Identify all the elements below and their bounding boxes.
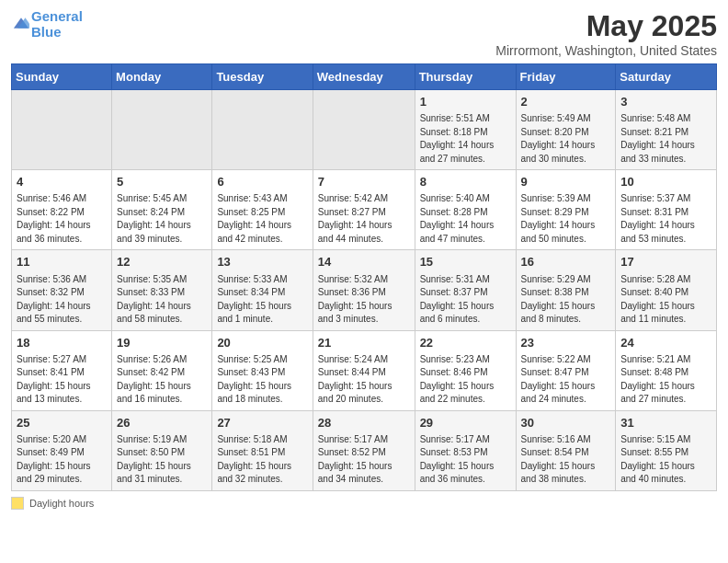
day-number: 25	[17, 415, 107, 431]
logo-text: General Blue	[31, 9, 83, 40]
day-number: 12	[117, 254, 207, 270]
calendar-cell: 29Sunrise: 5:17 AM Sunset: 8:53 PM Dayli…	[415, 410, 516, 490]
day-detail: Sunrise: 5:29 AM Sunset: 8:38 PM Dayligh…	[521, 273, 611, 327]
day-detail: Sunrise: 5:16 AM Sunset: 8:54 PM Dayligh…	[521, 433, 611, 487]
day-number: 7	[318, 174, 410, 190]
day-detail: Sunrise: 5:20 AM Sunset: 8:49 PM Dayligh…	[17, 433, 107, 487]
day-header-friday: Friday	[516, 64, 616, 90]
day-detail: Sunrise: 5:22 AM Sunset: 8:47 PM Dayligh…	[521, 353, 611, 407]
day-number: 31	[620, 415, 711, 431]
month-title: May 2025	[495, 9, 717, 43]
calendar-cell: 4Sunrise: 5:46 AM Sunset: 8:22 PM Daylig…	[12, 170, 112, 250]
day-number: 28	[318, 415, 410, 431]
page-container: General Blue May 2025 Mirrormont, Washin…	[0, 0, 728, 519]
calendar-cell: 26Sunrise: 5:19 AM Sunset: 8:50 PM Dayli…	[112, 410, 212, 490]
day-number: 13	[217, 254, 307, 270]
calendar-cell: 17Sunrise: 5:28 AM Sunset: 8:40 PM Dayli…	[616, 250, 717, 330]
day-number: 21	[318, 335, 410, 351]
calendar-cell: 14Sunrise: 5:32 AM Sunset: 8:36 PM Dayli…	[313, 250, 415, 330]
day-number: 1	[420, 94, 511, 110]
location: Mirrormont, Washington, United States	[495, 43, 717, 58]
day-number: 15	[420, 254, 511, 270]
calendar-cell: 21Sunrise: 5:24 AM Sunset: 8:44 PM Dayli…	[313, 330, 415, 410]
calendar-cell	[112, 90, 212, 170]
day-detail: Sunrise: 5:25 AM Sunset: 8:43 PM Dayligh…	[217, 353, 307, 407]
day-number: 16	[521, 254, 611, 270]
day-number: 10	[620, 174, 711, 190]
calendar-cell: 15Sunrise: 5:31 AM Sunset: 8:37 PM Dayli…	[415, 250, 516, 330]
day-detail: Sunrise: 5:31 AM Sunset: 8:37 PM Dayligh…	[420, 273, 511, 327]
day-header-monday: Monday	[112, 64, 212, 90]
day-detail: Sunrise: 5:33 AM Sunset: 8:34 PM Dayligh…	[217, 273, 307, 327]
week-row-1: 1Sunrise: 5:51 AM Sunset: 8:18 PM Daylig…	[12, 90, 717, 170]
day-detail: Sunrise: 5:42 AM Sunset: 8:27 PM Dayligh…	[318, 192, 410, 246]
calendar-cell: 28Sunrise: 5:17 AM Sunset: 8:52 PM Dayli…	[313, 410, 415, 490]
day-number: 19	[117, 335, 207, 351]
week-row-4: 18Sunrise: 5:27 AM Sunset: 8:41 PM Dayli…	[12, 330, 717, 410]
day-header-tuesday: Tuesday	[212, 64, 313, 90]
day-number: 18	[17, 335, 107, 351]
calendar-cell: 3Sunrise: 5:48 AM Sunset: 8:21 PM Daylig…	[616, 90, 717, 170]
calendar-cell: 31Sunrise: 5:15 AM Sunset: 8:55 PM Dayli…	[616, 410, 717, 490]
day-number: 20	[217, 335, 307, 351]
day-detail: Sunrise: 5:49 AM Sunset: 8:20 PM Dayligh…	[521, 112, 611, 166]
calendar-cell: 19Sunrise: 5:26 AM Sunset: 8:42 PM Dayli…	[112, 330, 212, 410]
day-number: 29	[420, 415, 511, 431]
calendar-cell: 22Sunrise: 5:23 AM Sunset: 8:46 PM Dayli…	[415, 330, 516, 410]
day-number: 17	[620, 254, 711, 270]
calendar-cell	[212, 90, 313, 170]
calendar-cell: 16Sunrise: 5:29 AM Sunset: 8:38 PM Dayli…	[516, 250, 616, 330]
header: General Blue May 2025 Mirrormont, Washin…	[11, 9, 717, 58]
day-detail: Sunrise: 5:39 AM Sunset: 8:29 PM Dayligh…	[521, 192, 611, 246]
day-detail: Sunrise: 5:51 AM Sunset: 8:18 PM Dayligh…	[420, 112, 511, 166]
calendar-cell: 13Sunrise: 5:33 AM Sunset: 8:34 PM Dayli…	[212, 250, 313, 330]
day-detail: Sunrise: 5:26 AM Sunset: 8:42 PM Dayligh…	[117, 353, 207, 407]
week-row-5: 25Sunrise: 5:20 AM Sunset: 8:49 PM Dayli…	[12, 410, 717, 490]
calendar-cell: 12Sunrise: 5:35 AM Sunset: 8:33 PM Dayli…	[112, 250, 212, 330]
day-number: 8	[420, 174, 511, 190]
day-header-sunday: Sunday	[12, 64, 112, 90]
calendar-cell: 18Sunrise: 5:27 AM Sunset: 8:41 PM Dayli…	[12, 330, 112, 410]
title-area: May 2025 Mirrormont, Washington, United …	[495, 9, 717, 58]
day-detail: Sunrise: 5:46 AM Sunset: 8:22 PM Dayligh…	[17, 192, 107, 246]
week-row-3: 11Sunrise: 5:36 AM Sunset: 8:32 PM Dayli…	[12, 250, 717, 330]
day-detail: Sunrise: 5:15 AM Sunset: 8:55 PM Dayligh…	[620, 433, 711, 487]
logo-icon	[13, 15, 29, 31]
day-detail: Sunrise: 5:21 AM Sunset: 8:48 PM Dayligh…	[620, 353, 711, 407]
day-number: 4	[17, 174, 107, 190]
day-number: 22	[420, 335, 511, 351]
day-header-saturday: Saturday	[616, 64, 717, 90]
daylight-box-icon	[11, 497, 24, 510]
calendar-cell: 11Sunrise: 5:36 AM Sunset: 8:32 PM Dayli…	[12, 250, 112, 330]
week-row-2: 4Sunrise: 5:46 AM Sunset: 8:22 PM Daylig…	[12, 170, 717, 250]
calendar-cell: 30Sunrise: 5:16 AM Sunset: 8:54 PM Dayli…	[516, 410, 616, 490]
day-number: 26	[117, 415, 207, 431]
calendar-cell: 23Sunrise: 5:22 AM Sunset: 8:47 PM Dayli…	[516, 330, 616, 410]
day-number: 11	[17, 254, 107, 270]
day-detail: Sunrise: 5:27 AM Sunset: 8:41 PM Dayligh…	[17, 353, 107, 407]
day-number: 2	[521, 94, 611, 110]
calendar-cell: 2Sunrise: 5:49 AM Sunset: 8:20 PM Daylig…	[516, 90, 616, 170]
header-row: SundayMondayTuesdayWednesdayThursdayFrid…	[12, 64, 717, 90]
day-detail: Sunrise: 5:23 AM Sunset: 8:46 PM Dayligh…	[420, 353, 511, 407]
calendar-cell: 27Sunrise: 5:18 AM Sunset: 8:51 PM Dayli…	[212, 410, 313, 490]
day-detail: Sunrise: 5:48 AM Sunset: 8:21 PM Dayligh…	[620, 112, 711, 166]
footer-note: Daylight hours	[11, 497, 717, 510]
logo: General Blue	[11, 9, 83, 40]
day-header-thursday: Thursday	[415, 64, 516, 90]
calendar-cell: 8Sunrise: 5:40 AM Sunset: 8:28 PM Daylig…	[415, 170, 516, 250]
day-detail: Sunrise: 5:45 AM Sunset: 8:24 PM Dayligh…	[117, 192, 207, 246]
day-number: 14	[318, 254, 410, 270]
day-number: 5	[117, 174, 207, 190]
day-detail: Sunrise: 5:17 AM Sunset: 8:53 PM Dayligh…	[420, 433, 511, 487]
day-detail: Sunrise: 5:32 AM Sunset: 8:36 PM Dayligh…	[318, 273, 410, 327]
calendar-cell: 24Sunrise: 5:21 AM Sunset: 8:48 PM Dayli…	[616, 330, 717, 410]
day-detail: Sunrise: 5:36 AM Sunset: 8:32 PM Dayligh…	[17, 273, 107, 327]
calendar-cell: 7Sunrise: 5:42 AM Sunset: 8:27 PM Daylig…	[313, 170, 415, 250]
day-header-wednesday: Wednesday	[313, 64, 415, 90]
day-detail: Sunrise: 5:40 AM Sunset: 8:28 PM Dayligh…	[420, 192, 511, 246]
daylight-label: Daylight hours	[29, 498, 94, 509]
calendar-cell: 6Sunrise: 5:43 AM Sunset: 8:25 PM Daylig…	[212, 170, 313, 250]
day-detail: Sunrise: 5:18 AM Sunset: 8:51 PM Dayligh…	[217, 433, 307, 487]
calendar-cell: 10Sunrise: 5:37 AM Sunset: 8:31 PM Dayli…	[616, 170, 717, 250]
